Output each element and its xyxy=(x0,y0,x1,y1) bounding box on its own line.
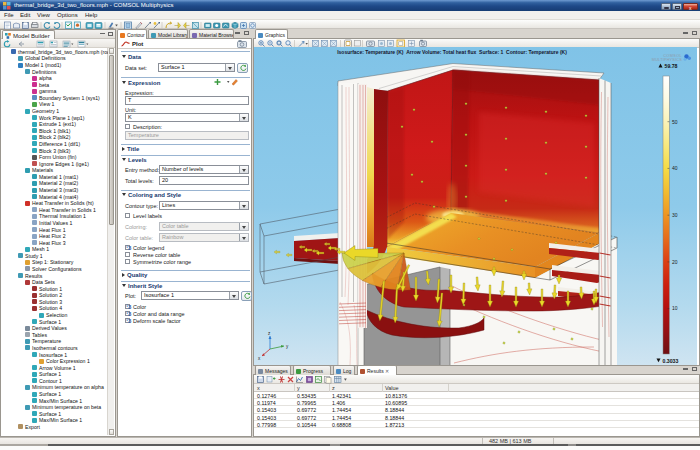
svg-text:20: 20 xyxy=(672,259,678,265)
svg-text:30: 30 xyxy=(672,212,678,218)
svg-text:10: 10 xyxy=(672,305,678,311)
svg-text:0.3033: 0.3033 xyxy=(663,358,679,364)
svg-text:40: 40 xyxy=(672,165,678,171)
svg-text:50: 50 xyxy=(672,119,678,125)
svg-text:MULTIPHYSICS: MULTIPHYSICS xyxy=(652,58,682,62)
svg-text:59.78: 59.78 xyxy=(665,63,678,69)
